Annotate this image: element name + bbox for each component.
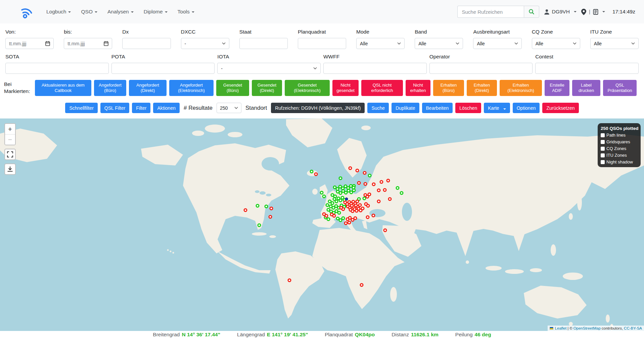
qso-marker[interactable] [348,221,351,225]
qso-marker[interactable] [270,207,273,210]
loeschen-button[interactable]: Löschen [455,103,481,113]
logbook-icon[interactable] [593,9,598,15]
layer-toggle-gridsquares[interactable]: Gridsquares [601,139,638,144]
qso-marker[interactable] [396,186,400,190]
iota-select[interactable]: - [217,63,321,74]
checkbox[interactable] [601,147,605,151]
qso-marker[interactable] [361,207,365,210]
qso-marker[interactable] [244,208,247,212]
menu-qso[interactable]: QSO [81,9,97,15]
layer-toggle-path-lines[interactable]: Path lines [601,133,638,138]
qso-marker[interactable] [258,224,261,227]
qso-marker[interactable] [388,197,392,201]
user-menu[interactable]: DG9VH [544,9,576,15]
dx-input[interactable] [122,38,171,49]
qso-marker[interactable] [372,183,376,186]
leaflet-link[interactable]: Leaflet [555,326,567,330]
sota-input[interactable] [5,63,109,74]
qso-marker[interactable] [345,198,348,201]
received-buro-button[interactable]: Erhalten (Büro) [433,80,464,96]
qso-marker[interactable] [337,211,341,215]
qso-marker[interactable] [269,215,272,219]
duplikate-button[interactable]: Duplikate [392,103,419,113]
qso-marker[interactable] [360,283,364,287]
sent-buro-button[interactable]: Gesendet (Büro) [216,80,249,96]
app-logo-wavelog-icon[interactable] [19,4,34,19]
zoom-out-button[interactable]: − [5,134,15,145]
filter-button[interactable]: Filter [132,103,150,113]
bearbeiten-button[interactable]: Bearbeiten [422,103,453,113]
menu-tools[interactable]: Tools [178,9,194,15]
not-sent-button[interactable]: Nicht gesendet [332,80,359,96]
aktionen-button[interactable]: Aktionen [153,103,179,113]
search-button[interactable] [524,6,539,18]
layer-toggle-cq-zones[interactable]: CQ Zones [601,146,638,151]
fullscreen-button[interactable] [4,149,16,160]
qso-marker[interactable] [377,200,381,203]
qso-world-map[interactable]: + − 250 QSOs plotted Path lines Gridsqua… [0,118,644,331]
qso-marker[interactable] [356,200,359,203]
contest-input[interactable] [535,63,639,74]
cq-zone-select[interactable]: Alle [532,38,580,49]
qso-marker[interactable] [363,171,367,175]
qso-marker[interactable] [366,215,370,219]
calendar-icon[interactable] [104,41,108,46]
sent-electronic-button[interactable]: Gesendet (Elektronisch) [285,80,330,96]
license-link[interactable]: CC-BY-SA [624,326,642,330]
qsl-presentation-button[interactable]: QSL Präsentation [603,80,637,96]
callsign-location-chip[interactable]: Rufzeichen: DG9VH (Völklingen, JN39kf) [271,103,365,113]
qso-marker[interactable] [354,216,357,220]
qso-marker[interactable] [344,222,348,225]
qso-marker[interactable] [372,214,375,217]
qso-marker[interactable] [356,169,359,173]
pota-input[interactable] [111,63,215,74]
received-electronic-button[interactable]: Erhalten (Elektronisch) [500,80,542,96]
qso-marker[interactable] [325,214,328,218]
print-label-button[interactable]: Label drucken [572,80,600,96]
location-pin-icon[interactable] [581,9,586,15]
requested-electronic-button[interactable]: Angefordert (Elektronisch) [169,80,214,96]
band-select[interactable]: Alle [415,38,463,49]
qso-marker[interactable] [339,177,342,180]
propagation-select[interactable]: Alle [473,38,521,49]
qso-marker[interactable] [310,170,314,174]
qso-marker[interactable] [400,191,404,195]
qso-marker[interactable] [327,217,330,221]
layer-toggle-night-shadow[interactable]: Night shadow [601,159,638,164]
qso-marker[interactable] [377,189,381,192]
zoom-in-button[interactable]: + [5,124,15,134]
karte-dropdown-button[interactable]: Karte [484,103,510,113]
mode-select[interactable]: Alle [356,38,405,49]
qsl-filter-button[interactable]: QSL Filter [100,103,130,113]
date-to-input[interactable]: tt.mm.jjjj [64,38,112,49]
qso-marker[interactable] [383,229,387,232]
suche-button[interactable]: Suche [367,103,389,113]
qso-marker[interactable] [364,182,367,186]
update-from-callbook-button[interactable]: Aktualisieren aus dem Callbook [35,80,91,96]
zuruecksetzen-button[interactable]: Zurücksetzen [542,103,579,113]
requested-buro-button[interactable]: Angefordert (Büro) [94,80,126,96]
qso-marker[interactable] [386,179,390,183]
menu-analysen[interactable]: Analysen [107,9,134,15]
qso-marker[interactable] [322,195,326,198]
qso-marker[interactable] [265,205,268,208]
download-map-button[interactable] [4,163,16,175]
chevron-down-icon[interactable] [602,11,605,12]
qso-marker[interactable] [341,216,345,220]
sent-direct-button[interactable]: Gesendet (Direkt) [252,80,282,96]
checkbox[interactable] [601,160,605,164]
qso-marker[interactable] [349,166,352,170]
qso-marker[interactable] [368,174,372,178]
schnellfilter-button[interactable]: Schnellfilter [65,103,97,113]
qso-marker[interactable] [380,180,383,184]
openstreetmap-link[interactable]: OpenStreetMap [573,326,601,330]
create-adif-button[interactable]: Erstelle ADIF [545,80,569,96]
requested-direct-button[interactable]: Angefordert (Direkt) [129,80,167,96]
qso-marker[interactable] [288,279,291,282]
menu-diplome[interactable]: Diplome [144,9,168,15]
qso-marker[interactable] [352,189,356,192]
search-input[interactable] [457,6,524,18]
qso-marker[interactable] [357,181,361,185]
checkbox[interactable] [601,133,605,137]
qso-marker[interactable] [383,188,387,192]
